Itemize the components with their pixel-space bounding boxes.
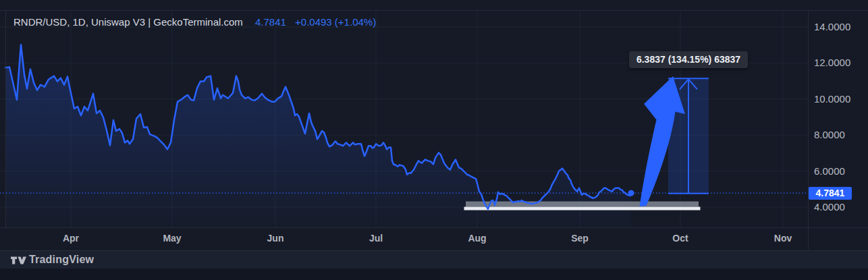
price-chart-canvas[interactable] <box>0 0 868 280</box>
time-tick-label-may: May <box>152 233 192 244</box>
price-tick-label: 4.0000 <box>814 201 864 213</box>
support-zone-white[interactable] <box>464 207 701 211</box>
price-tick-label: 10.0000 <box>814 93 864 105</box>
chart-widget: RNDR/USD, 1D, Uniswap V3 | GeckoTerminal… <box>0 0 868 280</box>
time-tick-label-apr: Apr <box>51 233 91 244</box>
attribution-footer: TradingView <box>0 250 868 269</box>
time-tick-label-sep: Sep <box>560 233 600 244</box>
support-zone-gray[interactable] <box>466 202 699 207</box>
footer-bottom-strip <box>0 269 868 280</box>
time-tick-label-nov: Nov <box>763 233 803 244</box>
tradingview-logo-icon[interactable] <box>11 255 26 266</box>
time-tick-label-oct: Oct <box>660 233 701 244</box>
last-price-dot <box>628 190 634 196</box>
chart-legend: RNDR/USD, 1D, Uniswap V3 | GeckoTerminal… <box>13 16 376 28</box>
price-tick-label: 6.0000 <box>814 165 864 177</box>
price-tick-label: 12.0000 <box>814 57 864 69</box>
time-tick-label-jul: Jul <box>356 233 396 244</box>
price-tick-label: 8.0000 <box>814 129 864 141</box>
time-tick-label-jun: Jun <box>255 233 296 244</box>
measure-tooltip[interactable]: 6.3837 (134.15%) 63837 <box>629 51 748 68</box>
price-change-value: +0.0493 (+1.04%) <box>295 16 376 28</box>
current-price-label: 4.7841 <box>809 187 852 200</box>
tradingview-brand-text[interactable]: TradingView <box>29 254 94 266</box>
time-tick-label-aug: Aug <box>457 233 497 244</box>
last-price-value: 4.7841 <box>255 16 286 28</box>
price-tick-label: 14.0000 <box>814 21 864 33</box>
symbol-title[interactable]: RNDR/USD, 1D, Uniswap V3 | GeckoTerminal… <box>13 16 243 28</box>
